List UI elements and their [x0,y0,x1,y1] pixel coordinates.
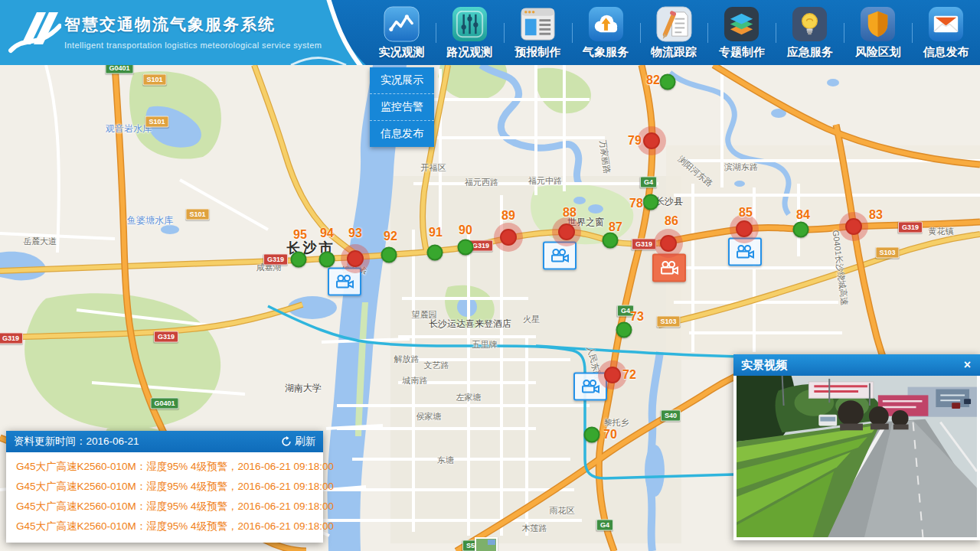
station-number: 85 [739,206,753,220]
road-badge: S40 [661,410,681,422]
app-title: 智慧交通物流气象服务系统 [64,14,322,35]
close-icon[interactable]: × [962,358,972,372]
station-marker[interactable] [845,218,862,235]
station-marker[interactable] [643,194,659,210]
nav-item-emergency-service[interactable]: 应急服务 [776,0,844,65]
alert-panel-header: 资料更新时间：2016-06-21 刷新 [6,431,323,452]
station-marker[interactable] [793,222,809,238]
alert-row: G45大广高速K2560-010M：湿度95% 4级预警，2016-06-21 … [6,497,323,517]
refresh-label: 刷新 [295,435,315,448]
forecast-production-icon [520,6,556,42]
submenu-item-info-release[interactable]: 信息发布 [370,120,434,147]
road-observation-icon [452,6,488,42]
submenu-item-live-display[interactable]: 实况展示 [370,67,434,93]
station-number: 88 [563,206,577,220]
map-label: 长沙运达喜来登酒店 [429,318,511,331]
nav-item-info-release[interactable]: 信息发布 [912,0,980,65]
nav-label: 实况观测 [378,45,424,60]
realtime-observation-icon [384,6,420,42]
station-number: 90 [459,223,472,237]
station-marker[interactable] [558,223,575,240]
nav-item-realtime-observation[interactable]: 实况观测 [368,0,436,65]
highway-video-still [737,376,977,537]
station-marker[interactable] [500,229,517,246]
station-number: 82 [646,73,660,87]
map-label: 福元中路 [528,175,562,187]
video-panel-header: 实景视频 × [733,354,980,376]
station-number: 70 [603,428,617,442]
map-label: 黄花镇 [929,226,954,237]
nav-item-road-observation[interactable]: 路况观测 [436,0,504,65]
station-number: 84 [796,208,810,222]
station-marker[interactable] [381,247,397,263]
station-number: 79 [628,134,642,148]
nav-item-forecast-production[interactable]: 预报制作 [504,0,572,65]
nav-label: 专题制作 [719,45,765,60]
station-marker[interactable] [319,252,335,268]
road-badge: G4 [640,177,657,188]
station-marker[interactable] [604,367,621,383]
map-label: 侯家塘 [416,411,442,422]
topic-production-icon [724,6,760,42]
brand-logo-icon [8,6,61,57]
station-marker[interactable] [660,74,676,90]
map-label: 滨湖东路 [724,161,758,173]
video-panel-title: 实景视频 [741,358,962,373]
nav-item-risk-zoning[interactable]: 风险区划 [844,0,912,65]
map-label: 解放路 [394,354,420,365]
map-label: 雨花区 [550,505,575,517]
road-badge: G4 [596,520,613,531]
station-marker[interactable] [458,240,474,256]
map-label: 岳麓大道 [23,236,57,247]
emergency-service-icon [792,6,828,42]
station-marker[interactable] [291,252,307,268]
camera-marker-icon[interactable] [543,242,577,270]
satellite-toggle[interactable] [475,537,498,551]
road-badge: G0401 [150,398,178,409]
map-label: 东塘 [437,455,454,466]
nav-label: 物流跟踪 [651,45,697,60]
station-marker[interactable] [660,235,677,252]
refresh-button[interactable]: 刷新 [281,435,315,448]
station-marker[interactable] [616,322,632,338]
refresh-icon [281,436,292,447]
station-marker[interactable] [347,250,364,267]
map-label: 湖南大学 [285,382,322,395]
road-badge: S101 [142,74,166,86]
nav-label: 应急服务 [787,45,833,60]
camera-marker-icon[interactable] [652,254,686,282]
alert-update-time: 资料更新时间：2016-06-21 [14,435,281,448]
road-badge: G319 [898,222,923,233]
road-badge: G319 [0,333,23,344]
logo-zone: 智慧交通物流气象服务系统 Intelligent transportation … [0,0,368,65]
road-badge: S101 [185,209,209,220]
main-nav: 实况观测 路况观测 预报制作 [368,0,980,65]
station-number: 73 [630,310,644,324]
nav-label: 风险区划 [855,45,901,60]
station-number: 78 [629,197,643,210]
station-marker[interactable] [643,132,660,149]
road-badge: G319 [632,239,656,250]
map-label: 左家塘 [456,392,482,403]
nav-item-logistics-tracking[interactable]: 物流跟踪 [640,0,708,65]
nav-label: 预报制作 [514,45,560,60]
road-badge: G319 [263,254,288,266]
station-marker[interactable] [427,245,443,261]
road-badge: S103 [656,316,680,328]
realtime-submenu: 实况展示 监控告警 信息发布 [370,67,434,147]
nav-item-topic-production[interactable]: 专题制作 [707,0,776,65]
station-marker[interactable] [584,427,600,443]
app-subtitle: Intelligent transportation logistics met… [64,41,322,50]
map-label: 浏阳河东路 [675,154,715,190]
station-marker[interactable] [603,233,619,249]
logistics-tracking-icon [656,6,692,42]
map-label: 五里牌 [472,339,498,350]
alert-row: G45大广高速K2560-010M：湿度95% 4级预警，2016-06-21 … [6,457,323,477]
submenu-item-monitor-alarm[interactable]: 监控告警 [370,93,434,120]
nav-item-weather-service[interactable]: 气象服务 [572,0,640,65]
video-frame[interactable] [737,376,977,537]
station-marker[interactable] [736,220,753,237]
alert-row: G45大广高速K2560-010M：湿度95% 4级预警，2016-06-21 … [6,517,323,536]
map-label: 文艺路 [424,360,449,371]
alert-row: G45大广高速K2560-010M：湿度95% 4级预警，2016-06-21 … [6,477,323,497]
